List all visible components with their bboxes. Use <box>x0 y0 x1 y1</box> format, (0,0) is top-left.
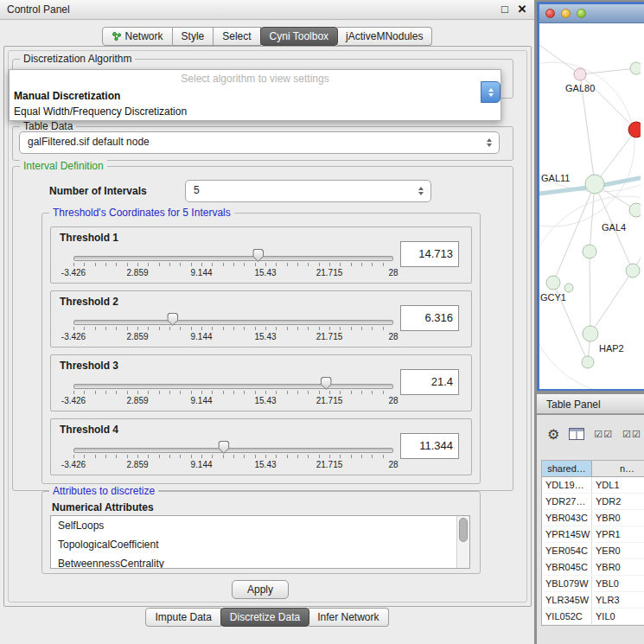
table-row[interactable]: YDL19…YDL1 <box>542 477 644 494</box>
network-node[interactable] <box>626 264 640 277</box>
tick-label: 9.144 <box>190 396 212 405</box>
show-columns-checkboxes-icon[interactable]: ☑☑ <box>594 429 613 440</box>
stepper-down-icon <box>488 93 494 97</box>
threshold-value-field[interactable]: 14.713 <box>400 241 459 267</box>
network-node[interactable] <box>630 62 641 74</box>
table-cell: YDR27… <box>542 494 592 509</box>
slider-ticks <box>73 391 393 394</box>
table-cell: YDL1 <box>592 477 644 493</box>
columns-icon[interactable] <box>569 428 584 440</box>
table-row[interactable]: YER054CYER0 <box>542 543 644 559</box>
numerical-attributes-list[interactable]: SelfLoopsTopologicalCoefficientBetweenne… <box>50 515 470 569</box>
algorithm-option-equal-width-frequency[interactable]: Equal Width/Frequency Discretization <box>10 104 501 119</box>
table-cell: YPR1 <box>592 526 644 542</box>
tab-bar: NetworkStyleSelectCyni ToolboxjActiveMNo… <box>0 27 534 46</box>
slider-scale: -3.4262.8599.14415.4321.71528 <box>73 332 393 342</box>
table-cell: YBR0 <box>592 510 644 526</box>
network-node[interactable] <box>583 245 596 258</box>
scrollbar-thumb[interactable] <box>459 518 468 542</box>
threshold-label: Threshold 1 <box>60 232 118 244</box>
threshold-slider[interactable]: -3.4262.8599.14415.4321.71528 <box>73 312 393 345</box>
threshold-slider[interactable]: -3.4262.8599.14415.4321.71528 <box>73 248 393 281</box>
tab-label: Style <box>182 30 205 42</box>
table-row[interactable]: YDR27…YDR2 <box>542 494 644 510</box>
network-node[interactable] <box>628 122 641 137</box>
tick-label: 28 <box>388 268 398 277</box>
network-titlebar[interactable] <box>539 4 644 23</box>
tick-label: 2.859 <box>126 332 148 341</box>
tab-label: Network <box>125 30 163 42</box>
num-intervals-value: 5 <box>194 184 200 196</box>
network-node-gal11[interactable] <box>585 175 604 194</box>
tab-style[interactable]: Style <box>173 27 214 46</box>
threshold-group: Threshold 4-3.4262.8599.14415.4321.71528… <box>50 418 472 475</box>
tick-label: -3.426 <box>61 332 86 341</box>
table-panel-title: Table Panel <box>546 399 601 411</box>
num-intervals-label: Number of Intervals <box>49 185 147 197</box>
gear-icon[interactable]: ⚙ <box>547 426 559 443</box>
close-icon[interactable]: ✕ <box>515 0 529 19</box>
slider-track <box>73 320 393 325</box>
table-data-select[interactable]: galFiltered.sif default node <box>19 131 500 154</box>
minimize-traffic-light-icon[interactable] <box>561 9 571 18</box>
threshold-label: Threshold 2 <box>60 296 118 308</box>
slider-scale: -3.4262.8599.14415.4321.71528 <box>73 396 393 406</box>
table-row[interactable]: YBL079WYBL0 <box>542 576 644 592</box>
table-panel: ⚙ ☑☑ ☑☑ shared…n…YDL19…YDL1YDR27…YDR2YBR… <box>537 415 644 644</box>
scrollbar[interactable] <box>456 516 469 568</box>
tab-cyni-toolbox[interactable]: Cyni Toolbox <box>260 27 338 46</box>
table-cell: YBL079W <box>542 576 592 591</box>
table-cell: YBL0 <box>592 576 644 591</box>
close-traffic-light-icon[interactable] <box>545 9 555 18</box>
network-node[interactable] <box>564 284 573 292</box>
tab-discretize-data[interactable]: Discretize Data <box>220 608 309 627</box>
stepper-icon <box>416 181 426 201</box>
slider-ticks <box>73 263 393 266</box>
control-panel: Control Panel □ ✕ NetworkStyleSelectCyni… <box>0 0 534 644</box>
tick-label: -3.426 <box>61 460 86 469</box>
algorithm-option-manual-discretization[interactable]: Manual Discretization <box>10 88 501 104</box>
network-node-gal80[interactable] <box>574 68 586 80</box>
tab-impute-data[interactable]: Impute Data <box>145 608 220 627</box>
tick-label: 2.859 <box>126 268 148 277</box>
num-intervals-select[interactable]: 5 <box>185 180 431 202</box>
network-node-hap2[interactable] <box>583 326 598 341</box>
float-icon[interactable]: □ <box>498 0 512 19</box>
network-node[interactable] <box>582 356 594 368</box>
network-node-gcy1[interactable] <box>546 276 560 290</box>
threshold-value-field[interactable]: 6.316 <box>400 305 459 331</box>
list-item[interactable]: TopologicalCoefficient <box>51 535 469 554</box>
algorithm-combo-stepper[interactable] <box>481 81 501 103</box>
table-row[interactable]: YBR043CYBR0 <box>542 510 644 526</box>
list-item[interactable]: SelfLoops <box>51 516 469 535</box>
node-table: shared…n…YDL19…YDL1YDR27…YDR2YBR043CYBR0… <box>541 460 644 626</box>
threshold-value-field[interactable]: 21.4 <box>400 369 459 395</box>
table-row[interactable]: YIL052CYIL0 <box>542 609 644 625</box>
show-columns-checkboxes-icon-2[interactable]: ☑☑ <box>622 429 641 440</box>
zoom-traffic-light-icon[interactable] <box>577 9 586 18</box>
tab-label: jActiveMNodules <box>346 30 423 42</box>
numerical-attributes-label: Numerical Attributes <box>52 501 154 513</box>
list-item[interactable]: BetweennessCentrality <box>51 554 469 569</box>
threshold-group: Threshold 3-3.4262.8599.14415.4321.71528… <box>50 354 472 411</box>
tick-label: 9.144 <box>190 332 212 341</box>
table-row[interactable]: YPR145WYPR1 <box>542 526 644 543</box>
table-cell: YPR145W <box>542 526 592 542</box>
tab-label: Discretize Data <box>230 611 300 623</box>
tab-select[interactable]: Select <box>214 27 260 46</box>
network-canvas[interactable]: GAL80GAL11GAL4GCY1HAP2 <box>539 23 644 389</box>
table-row[interactable]: YBR045CYBR0 <box>542 559 644 576</box>
threshold-slider[interactable]: -3.4262.8599.14415.4321.71528 <box>73 440 393 473</box>
network-node-gal4[interactable] <box>629 203 641 217</box>
column-header[interactable]: n… <box>592 461 644 477</box>
tab-jactivemnodules[interactable]: jActiveMNodules <box>337 27 432 46</box>
tick-label: -3.426 <box>61 396 86 405</box>
tab-network[interactable]: Network <box>102 27 173 46</box>
network-graph[interactable]: GAL80GAL11GAL4GCY1HAP2 <box>539 23 641 389</box>
tab-infer-network[interactable]: Infer Network <box>309 608 388 627</box>
table-row[interactable]: YLR345WYLR3 <box>542 592 644 609</box>
threshold-slider[interactable]: -3.4262.8599.14415.4321.71528 <box>73 376 393 409</box>
apply-button[interactable]: Apply <box>232 580 289 599</box>
threshold-value-field[interactable]: 11.344 <box>400 433 459 459</box>
column-header[interactable]: shared… <box>542 461 592 477</box>
